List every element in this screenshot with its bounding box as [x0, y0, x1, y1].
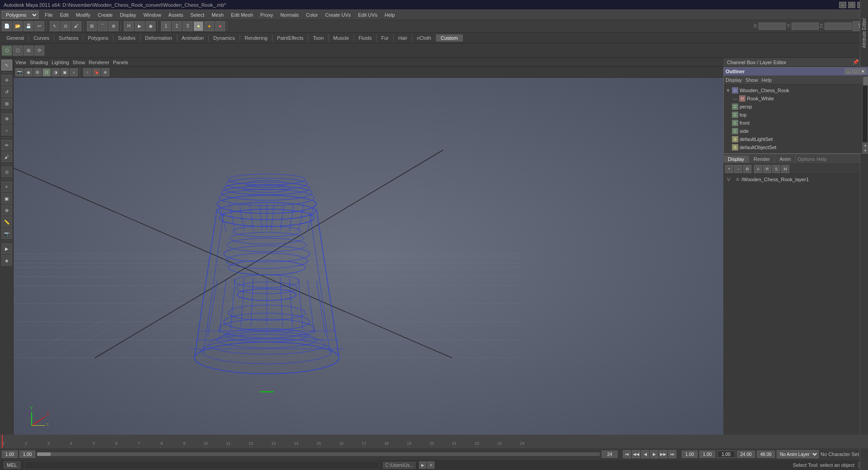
next-frame-button[interactable]: ▶▶	[659, 450, 667, 458]
display-quality-med[interactable]: 2	[172, 21, 182, 31]
shelf-tab-painteffects[interactable]: PaintEffects	[273, 34, 309, 42]
layer-tab-render[interactable]: Render	[749, 155, 775, 163]
vp-light-btn[interactable]: ☼	[70, 68, 78, 76]
lasso-tool-button[interactable]: ⊙	[61, 21, 71, 31]
anim-layer-select[interactable]: No Anim Layer	[777, 450, 819, 458]
shelf-icon-4[interactable]: ⟳	[34, 46, 44, 56]
menu-assets[interactable]: Assets	[165, 11, 187, 19]
script-editor-btn[interactable]: C:\Users\Us...	[383, 462, 415, 469]
mode-dropdown[interactable]: Polygons Surface Dynamics Rendering	[2, 11, 38, 19]
shelf-tab-custom[interactable]: Custom	[436, 34, 463, 42]
select-tool-lt[interactable]: ↖	[1, 60, 12, 70]
range-end-input[interactable]	[602, 451, 618, 458]
shelf-tab-fluids[interactable]: Fluids	[354, 34, 377, 42]
shelf-tab-dynamics[interactable]: Dynamics	[209, 34, 240, 42]
outliner-item-defaultobjectset[interactable]: S defaultObjectSet	[726, 143, 866, 151]
shelf-tab-toon[interactable]: Toon	[308, 34, 329, 42]
outliner-menu-display[interactable]: Display	[726, 77, 742, 83]
shelf-tab-general[interactable]: General	[2, 34, 29, 42]
scroll-arrow-down[interactable]: ▼	[863, 148, 868, 153]
minimize-button[interactable]: –	[839, 2, 846, 8]
layer-membership-btn[interactable]: M	[781, 165, 789, 173]
vp-grid-btn[interactable]: ⊞	[33, 68, 42, 76]
viewport-menu-shading[interactable]: Shading	[30, 60, 48, 65]
menu-mesh[interactable]: Mesh	[208, 11, 227, 19]
outliner-item-side[interactable]: C side	[726, 127, 866, 135]
shelf-tab-subdivs[interactable]: Subdivs	[113, 34, 141, 42]
shelf-tab-fur[interactable]: Fur	[377, 34, 394, 42]
open-scene-button[interactable]: 📂	[13, 21, 23, 31]
outliner-scrollbar[interactable]: ▲ ▼	[862, 75, 868, 153]
shelf-icon-1[interactable]: ⬡	[2, 46, 12, 56]
vp-smooth-btn[interactable]: ◑	[52, 68, 60, 76]
vp-wireframe-btn[interactable]: ⊡	[42, 68, 51, 76]
rotate-tool-lt[interactable]: ↺	[1, 86, 12, 97]
menu-edit-uvs[interactable]: Edit UVs	[354, 11, 381, 19]
move-tool-lt[interactable]: ✛	[1, 75, 12, 85]
outliner-item-defaultlightset[interactable]: S defaultLightSet	[726, 135, 866, 143]
layer-item-1[interactable]: V ⊞ /Wooden_Chess_Rook_layer1	[725, 176, 866, 183]
menu-select[interactable]: Select	[187, 11, 208, 19]
soft-mod-lt[interactable]: ○	[1, 125, 12, 136]
outliner-menu-help[interactable]: Help	[762, 77, 772, 83]
prev-frame-button[interactable]: ◀	[641, 450, 649, 458]
outliner-scroll-thumb[interactable]	[863, 76, 868, 85]
menu-create[interactable]: Create	[94, 11, 116, 19]
camera-lt[interactable]: 📷	[1, 228, 12, 239]
select-tool-button[interactable]: ↖	[50, 21, 60, 31]
menu-normals[interactable]: Normals	[277, 11, 302, 19]
layer-options-menu[interactable]: Options	[797, 156, 815, 162]
viewport-menu-renderer[interactable]: Renderer	[89, 60, 109, 65]
outliner-item-persp[interactable]: C persp	[726, 103, 866, 111]
vp-bookmark-btn[interactable]: 🔖	[92, 68, 100, 76]
shelf-tab-rendering[interactable]: Rendering	[240, 34, 273, 42]
snap-point-button[interactable]: ⊕	[108, 21, 118, 31]
outliner-item-rook-white[interactable]: — M Rook_White	[733, 94, 866, 103]
shelf-tab-polygons[interactable]: Polygons	[83, 34, 113, 42]
outliner-item-top[interactable]: C top	[726, 111, 866, 119]
jump-start-button[interactable]: ⏮	[623, 450, 631, 458]
layer-tab-display[interactable]: Display	[723, 155, 749, 163]
vp-snap-btn[interactable]: ⊕	[101, 68, 109, 76]
current-frame-input[interactable]	[19, 451, 35, 458]
menu-create-uvs[interactable]: Create UVs	[321, 11, 354, 19]
layer-delete-btn[interactable]: –	[734, 165, 742, 173]
snap-grid-button[interactable]: ⊞	[87, 21, 97, 31]
maximize-button[interactable]: □	[848, 2, 855, 8]
shelf-tab-animation[interactable]: Animation	[177, 34, 209, 42]
shelf-tab-ncloth[interactable]: nCloth	[412, 34, 436, 42]
viewport-menu-show[interactable]: Show	[73, 60, 85, 65]
light-btn-2[interactable]: ●	[204, 21, 214, 31]
scale-tool-lt[interactable]: ⊞	[1, 98, 12, 109]
anim-end-input[interactable]	[737, 451, 755, 458]
universal-manip-lt[interactable]: ⊗	[1, 113, 12, 124]
shelf-tab-muscle[interactable]: Muscle	[329, 34, 354, 42]
shelf-icon-3[interactable]: ⊞	[24, 46, 33, 56]
menu-window[interactable]: Window	[140, 11, 165, 19]
measure-lt[interactable]: 📏	[1, 216, 12, 227]
outliner-item-wooden-chess-rook[interactable]: ▼ G Wooden_Chess_Rook	[726, 86, 866, 94]
play-forward-button[interactable]: ▶	[650, 450, 658, 458]
viewport-canvas[interactable]: X Y Z	[14, 78, 723, 435]
range-slider[interactable]	[37, 452, 600, 456]
new-scene-button[interactable]: 📄	[2, 21, 12, 31]
shelf-icon-2[interactable]: ⬡	[13, 46, 23, 56]
step-back-button[interactable]: ◀◀	[632, 450, 640, 458]
render-button[interactable]: ▶	[135, 21, 145, 31]
shelf-tab-deformation[interactable]: Deformation	[141, 34, 177, 42]
menu-color[interactable]: Color	[302, 11, 321, 19]
region-lt[interactable]: ▣	[1, 193, 12, 204]
menu-help[interactable]: Help	[381, 11, 399, 19]
vp-texture-btn[interactable]: ▣	[61, 68, 69, 76]
shelf-tab-curves[interactable]: Curves	[29, 34, 54, 42]
light-btn-3[interactable]: ●	[215, 21, 225, 31]
outliner-menu-show[interactable]: Show	[745, 77, 758, 83]
outliner-close-btn[interactable]: ✕	[859, 69, 866, 74]
layer-settings-btn[interactable]: ⚙	[743, 165, 751, 173]
display-quality-low[interactable]: 1	[161, 21, 171, 31]
vp-select-all[interactable]: ◉	[24, 68, 33, 76]
paint-select-button[interactable]: 🖌	[71, 21, 81, 31]
shelf-tab-hair[interactable]: Hair	[394, 34, 412, 42]
menu-file[interactable]: File	[41, 11, 57, 19]
light-btn-1[interactable]: ●	[193, 21, 203, 31]
